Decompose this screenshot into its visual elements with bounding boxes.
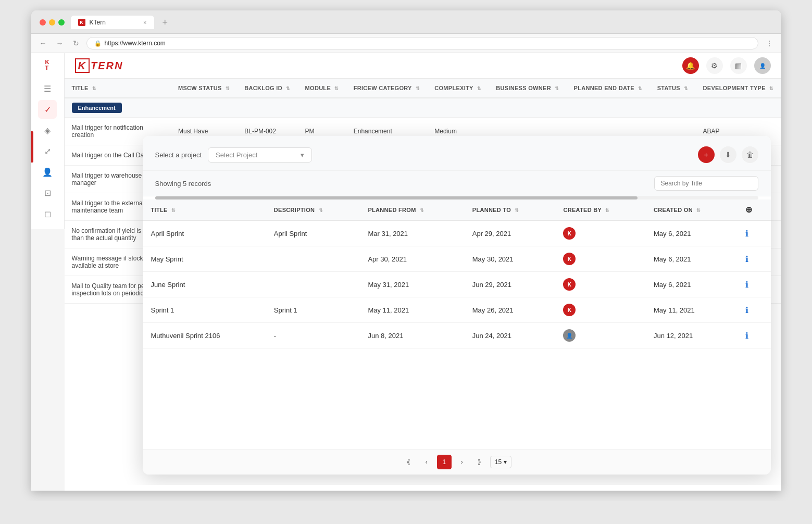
new-tab-button[interactable]: + xyxy=(160,17,170,28)
modal-subheader: Showing 5 records xyxy=(143,171,771,196)
prev-page-button[interactable]: ‹ xyxy=(419,455,434,469)
project-selector-label: Select a project xyxy=(155,151,202,159)
sort-icon-modal-title: ⇅ xyxy=(171,208,176,213)
col-module[interactable]: Module ⇅ xyxy=(298,79,346,98)
ktern-logo: KTERN xyxy=(75,60,123,72)
sidebar-item-menu[interactable]: ☰ xyxy=(38,79,57,98)
modal-cell-from-4: May 11, 2021 xyxy=(359,297,464,323)
modal-cell-from-5: Jun 8, 2021 xyxy=(359,323,464,348)
sort-icon-backlog: ⇅ xyxy=(286,86,290,91)
add-sprint-button[interactable]: + xyxy=(698,146,715,163)
sidebar-item-integration[interactable]: ⤢ xyxy=(38,142,57,160)
col-planned-end-date[interactable]: Planned End Date ⇅ xyxy=(567,79,650,98)
modal-cell-title-4: Sprint 1 xyxy=(143,297,266,323)
info-icon[interactable]: ℹ xyxy=(745,255,748,264)
modal-cell-createdon-5: Jun 12, 2021 xyxy=(645,323,737,348)
tab-close-button[interactable]: × xyxy=(143,19,146,26)
table-container: Title ⇅ MSCW Status ⇅ Backlog ID ⇅ xyxy=(65,79,781,485)
first-page-button[interactable]: ⟪ xyxy=(402,455,416,469)
page-1-button[interactable]: 1 xyxy=(437,455,452,469)
modal-table-row: April Sprint April Sprint Mar 31, 2021 A… xyxy=(143,220,771,246)
sidebar-item-settings[interactable]: ⊡ xyxy=(38,183,57,202)
page-size-selector[interactable]: 15 ▾ xyxy=(490,456,511,468)
browser-menu-button[interactable]: ⋮ xyxy=(764,38,775,48)
sort-icon-title: ⇅ xyxy=(92,86,96,91)
modal-cell-desc-2 xyxy=(266,246,360,272)
sort-icon-modal-planned-from: ⇅ xyxy=(420,208,424,213)
last-page-button[interactable]: ⟫ xyxy=(472,455,487,469)
modal-cell-desc-3 xyxy=(266,272,360,297)
col-dev-type[interactable]: Development Type ⇅ xyxy=(696,79,781,98)
sidebar-item-digital[interactable]: ◈ xyxy=(38,121,57,140)
sidebar-item-users[interactable]: 👤 xyxy=(38,163,57,181)
address-bar[interactable]: 🔒 https://www.ktern.com xyxy=(86,37,758,49)
download-button[interactable]: ⬇ xyxy=(720,146,736,163)
add-column-icon[interactable]: ⊕ xyxy=(745,205,752,214)
next-page-button[interactable]: › xyxy=(455,455,469,469)
sort-icon-modal-planned-to: ⇅ xyxy=(515,208,519,213)
modal-overlay: Select a project Select Project ▾ + xyxy=(117,110,771,475)
col-title[interactable]: Title ⇅ xyxy=(65,79,171,98)
info-icon[interactable]: ℹ xyxy=(745,229,748,238)
maximize-window-button[interactable] xyxy=(58,19,65,26)
sort-icon-mscw: ⇅ xyxy=(226,86,230,91)
settings-button[interactable]: ⚙ xyxy=(706,57,723,74)
modal-cell-from-2: Apr 30, 2021 xyxy=(359,246,464,272)
sidebar-item-tasks[interactable]: ✓ xyxy=(38,100,57,119)
modal-cell-to-1: Apr 29, 2021 xyxy=(464,220,555,246)
browser-tab[interactable]: K KTern × xyxy=(71,16,154,29)
modal-col-created-on[interactable]: Created On ⇅ xyxy=(645,199,737,220)
modal-col-title[interactable]: Title ⇅ xyxy=(143,199,266,220)
info-icon[interactable]: ℹ xyxy=(745,306,748,315)
modal-cell-to-5: Jun 24, 2021 xyxy=(464,323,555,348)
info-icon[interactable]: ℹ xyxy=(745,331,748,340)
modal-cell-to-4: May 26, 2021 xyxy=(464,297,555,323)
modal-cell-action-1[interactable]: ℹ xyxy=(737,220,771,246)
modal-cell-action-5[interactable]: ℹ xyxy=(737,323,771,348)
sort-icon-business-owner: ⇅ xyxy=(555,86,559,91)
modal-table-row: June Sprint May 31, 2021 Jun 29, 2021 K … xyxy=(143,272,771,297)
col-complexity[interactable]: Complexity ⇅ xyxy=(427,79,489,98)
notifications-button[interactable]: 🔔 xyxy=(682,57,699,74)
project-dropdown[interactable]: Select Project ▾ xyxy=(208,147,312,163)
minimize-window-button[interactable] xyxy=(49,19,55,26)
modal-table: Title ⇅ Description ⇅ Planne xyxy=(143,199,771,348)
col-backlog[interactable]: Backlog ID ⇅ xyxy=(237,79,297,98)
modal-col-created-by[interactable]: Created By ⇅ xyxy=(555,199,645,220)
close-window-button[interactable] xyxy=(40,19,46,26)
modal-col-description[interactable]: Description ⇅ xyxy=(266,199,360,220)
modal-col-planned-from[interactable]: Planned From ⇅ xyxy=(359,199,464,220)
search-input[interactable] xyxy=(654,176,758,191)
col-status[interactable]: Status ⇅ xyxy=(650,79,696,98)
sort-icon-modal-description: ⇅ xyxy=(319,208,323,213)
sidebar-item-modules[interactable]: ◻ xyxy=(38,204,57,223)
app-logo-area: KTERN xyxy=(75,60,123,72)
modal-table-row: May Sprint Apr 30, 2021 May 30, 2021 K M… xyxy=(143,246,771,272)
modal-cell-action-3[interactable]: ℹ xyxy=(737,272,771,297)
browser-window: K KTern × + ← → ↻ 🔒 https://www.ktern.co… xyxy=(31,10,781,491)
user-avatar[interactable]: 👤 xyxy=(754,57,771,74)
col-business-owner[interactable]: Business Owner ⇅ xyxy=(489,79,566,98)
forward-button[interactable]: → xyxy=(54,38,66,48)
info-icon[interactable]: ℹ xyxy=(745,280,748,289)
modal-cell-createdon-2: May 6, 2021 xyxy=(645,246,737,272)
modal-cell-action-2[interactable]: ℹ xyxy=(737,246,771,272)
delete-button[interactable]: 🗑 xyxy=(742,146,758,163)
grid-button[interactable]: ▦ xyxy=(730,57,747,74)
modal-table-container: Title ⇅ Description ⇅ Planne xyxy=(143,199,771,449)
lock-icon: 🔒 xyxy=(94,40,102,47)
browser-addressbar: ← → ↻ 🔒 https://www.ktern.com ⋮ xyxy=(31,34,781,53)
back-button[interactable]: ← xyxy=(38,38,49,48)
modal-col-planned-to[interactable]: Planned To ⇅ xyxy=(464,199,555,220)
modal-cell-createdon-3: May 6, 2021 xyxy=(645,272,737,297)
modal-cell-action-4[interactable]: ℹ xyxy=(737,297,771,323)
modal-cell-createdon-4: May 11, 2021 xyxy=(645,297,737,323)
col-mscw[interactable]: MSCW Status ⇅ xyxy=(171,79,237,98)
tab-favicon: K xyxy=(78,19,85,26)
ktern-avatar: K xyxy=(563,227,576,240)
modal-cell-title-3: June Sprint xyxy=(143,272,266,297)
page-size-chevron-icon: ▾ xyxy=(504,458,507,466)
col-fricew[interactable]: FRICEW Category ⇅ xyxy=(346,79,428,98)
refresh-button[interactable]: ↻ xyxy=(71,38,81,48)
header-icons: 🔔 ⚙ ▦ 👤 xyxy=(682,57,771,74)
